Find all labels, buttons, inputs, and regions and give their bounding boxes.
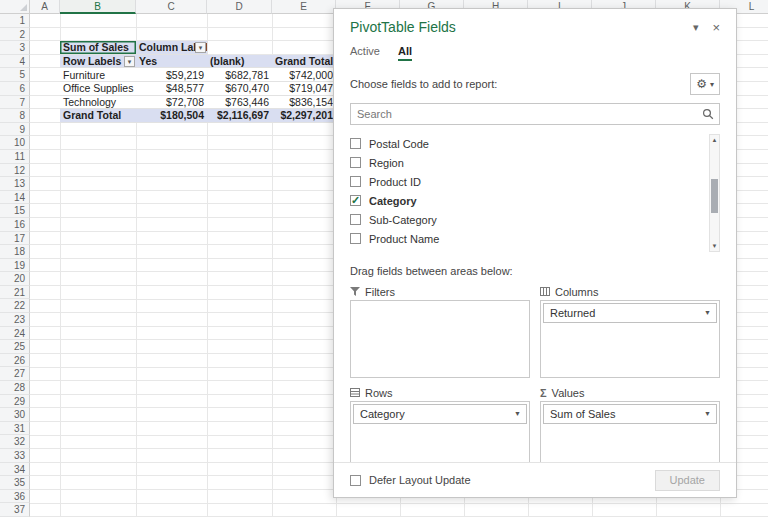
row-header-20[interactable]: 20 <box>0 272 30 286</box>
dropdown-arrow-icon[interactable]: ▼ <box>704 309 711 316</box>
pane-close-icon[interactable]: × <box>712 20 720 35</box>
filter-dropdown-icon[interactable]: ▾ <box>124 56 135 67</box>
area-columns-box[interactable]: Returned▼ <box>540 300 720 378</box>
field-item[interactable]: Product Name <box>350 229 704 248</box>
field-checkbox[interactable] <box>350 138 361 149</box>
row-header-16[interactable]: 16 <box>0 218 30 232</box>
cell-D4[interactable]: (blank) <box>207 55 273 69</box>
row-header-15[interactable]: 15 <box>0 204 30 218</box>
defer-layout-checkbox[interactable] <box>350 475 361 486</box>
row-header-30[interactable]: 30 <box>0 408 30 422</box>
cell-B8[interactable]: Grand Total <box>60 109 137 123</box>
field-checkbox[interactable] <box>350 233 361 244</box>
row-header-36[interactable]: 36 <box>0 490 30 504</box>
row-header-27[interactable]: 27 <box>0 367 30 381</box>
field-item[interactable]: Region <box>350 153 704 172</box>
scroll-up-icon[interactable]: ▲ <box>710 135 719 145</box>
field-item[interactable]: Postal Code <box>350 134 704 153</box>
row-header-32[interactable]: 32 <box>0 435 30 449</box>
row-header-29[interactable]: 29 <box>0 395 30 409</box>
search-input[interactable] <box>350 103 720 125</box>
tab-active[interactable]: Active <box>350 45 380 61</box>
column-header-D[interactable]: D <box>207 0 272 14</box>
cell-B7[interactable]: Technology <box>60 96 137 110</box>
filter-dropdown-icon[interactable]: ▾ <box>195 42 206 53</box>
row-header-22[interactable]: 22 <box>0 299 30 313</box>
row-header-26[interactable]: 26 <box>0 354 30 368</box>
row-header-34[interactable]: 34 <box>0 463 30 477</box>
scroll-thumb[interactable] <box>711 179 718 213</box>
row-header-23[interactable]: 23 <box>0 313 30 327</box>
row-header-8[interactable]: 8 <box>0 109 30 123</box>
row-header-5[interactable]: 5 <box>0 68 30 82</box>
row-header-2[interactable]: 2 <box>0 28 30 42</box>
cell-B5[interactable]: Furniture <box>60 68 137 82</box>
row-header-25[interactable]: 25 <box>0 340 30 354</box>
row-header-12[interactable]: 12 <box>0 164 30 178</box>
column-header-C[interactable]: C <box>136 0 207 14</box>
row-header-33[interactable]: 33 <box>0 449 30 463</box>
row-header-6[interactable]: 6 <box>0 82 30 96</box>
row-header-14[interactable]: 14 <box>0 191 30 205</box>
cell-E4[interactable]: Grand Total <box>272 55 337 69</box>
area-field-item[interactable]: Returned▼ <box>543 303 717 323</box>
row-header-21[interactable]: 21 <box>0 286 30 300</box>
area-rows-box[interactable]: Category▼ <box>350 401 530 465</box>
dropdown-arrow-icon[interactable]: ▼ <box>704 410 711 417</box>
cell-B4[interactable]: Row Labels▾ <box>60 55 137 69</box>
row-header-13[interactable]: 13 <box>0 177 30 191</box>
row-header-10[interactable]: 10 <box>0 136 30 150</box>
row-header-24[interactable]: 24 <box>0 327 30 341</box>
cell-C7[interactable]: $72,708 <box>136 96 208 110</box>
dropdown-arrow-icon[interactable]: ▼ <box>514 410 521 417</box>
row-header-4[interactable]: 4 <box>0 55 30 69</box>
area-field-item[interactable]: Category▼ <box>353 404 527 424</box>
row-header-9[interactable]: 9 <box>0 123 30 137</box>
cell-C8[interactable]: $180,504 <box>136 109 208 123</box>
row-header-11[interactable]: 11 <box>0 150 30 164</box>
field-item[interactable]: Sub-Category <box>350 210 704 229</box>
cell-D7[interactable]: $763,446 <box>207 96 273 110</box>
tab-all[interactable]: All <box>398 45 412 61</box>
row-header-35[interactable]: 35 <box>0 476 30 490</box>
row-header-18[interactable]: 18 <box>0 245 30 259</box>
cell-E5[interactable]: $742,000 <box>272 68 337 82</box>
cell-E6[interactable]: $719,047 <box>272 82 337 96</box>
row-header-17[interactable]: 17 <box>0 232 30 246</box>
row-header-19[interactable]: 19 <box>0 259 30 273</box>
cell-D6[interactable]: $670,470 <box>207 82 273 96</box>
cell-C3[interactable]: Column Labels▾ <box>136 41 208 55</box>
field-checkbox[interactable] <box>350 176 361 187</box>
cell-B6[interactable]: Office Supplies <box>60 82 137 96</box>
area-filters-box[interactable] <box>350 300 530 378</box>
field-item[interactable]: Product ID <box>350 172 704 191</box>
field-checkbox[interactable] <box>350 157 361 168</box>
column-header-E[interactable]: E <box>272 0 336 14</box>
field-checkbox[interactable] <box>350 214 361 225</box>
row-header-1[interactable]: 1 <box>0 14 30 28</box>
cell-C5[interactable]: $59,219 <box>136 68 208 82</box>
field-checkbox[interactable]: ✓ <box>350 195 361 206</box>
cell-B3[interactable]: Sum of Sales <box>60 41 137 55</box>
cell-D8[interactable]: $2,116,697 <box>207 109 273 123</box>
cell-E7[interactable]: $836,154 <box>272 96 337 110</box>
row-header-3[interactable]: 3 <box>0 41 30 55</box>
row-header-7[interactable]: 7 <box>0 96 30 110</box>
field-list-scrollbar[interactable]: ▲ ▼ <box>709 134 720 252</box>
cell-C4[interactable]: Yes <box>136 55 208 69</box>
row-header-28[interactable]: 28 <box>0 381 30 395</box>
cell-E8[interactable]: $2,297,201 <box>272 109 337 123</box>
scroll-down-icon[interactable]: ▼ <box>710 241 719 251</box>
defer-layout-label[interactable]: Defer Layout Update <box>369 474 471 486</box>
row-header-31[interactable]: 31 <box>0 422 30 436</box>
cell-D5[interactable]: $682,781 <box>207 68 273 82</box>
column-header-A[interactable]: A <box>30 0 60 14</box>
pane-options-chevron-icon[interactable]: ▾ <box>693 21 699 34</box>
update-button[interactable]: Update <box>655 470 720 491</box>
tools-button[interactable]: ⚙ ▾ <box>690 73 720 95</box>
area-field-item[interactable]: Sum of Sales▼ <box>543 404 717 424</box>
area-values-box[interactable]: Sum of Sales▼ <box>540 401 720 465</box>
cell-C6[interactable]: $48,577 <box>136 82 208 96</box>
select-all-corner[interactable] <box>0 0 30 14</box>
field-item[interactable]: ✓Category <box>350 191 704 210</box>
